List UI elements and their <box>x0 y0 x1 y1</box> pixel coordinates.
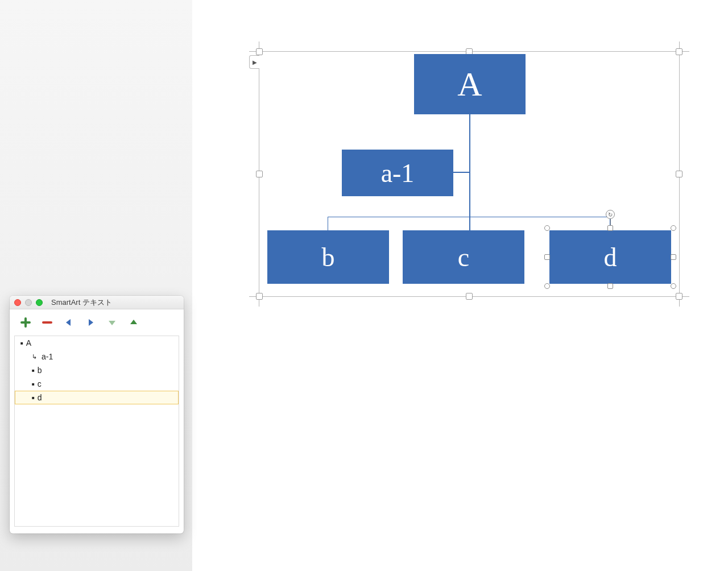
arrow-right-icon <box>85 317 96 328</box>
outdent-button[interactable] <box>63 317 75 328</box>
smartart-text-pane[interactable]: SmartArt テキスト ■ A ↳ a-1 ■ <box>10 296 184 533</box>
resize-handle[interactable] <box>544 283 550 289</box>
bullet-icon: ■ <box>32 382 35 387</box>
outline-text: c <box>38 379 42 388</box>
text-pane-toolbar <box>10 309 184 336</box>
outline-item[interactable]: ↳ a-1 <box>15 350 179 363</box>
resize-handle[interactable] <box>671 225 676 231</box>
move-down-button[interactable] <box>106 317 118 328</box>
smartart-graphic[interactable]: ▶ A a-1 b c d ↻ <box>259 51 680 297</box>
window-zoom-button[interactable] <box>36 299 43 306</box>
outline-item[interactable]: ■ A <box>15 336 179 350</box>
resize-handle[interactable] <box>676 293 682 300</box>
text-pane-outline[interactable]: ■ A ↳ a-1 ■ b ■ c ■ d <box>14 336 179 527</box>
window-minimize-button <box>25 299 32 306</box>
outline-text: A <box>26 338 31 347</box>
minus-icon <box>42 317 52 328</box>
outline-item[interactable]: ■ b <box>15 363 179 377</box>
window-titlebar[interactable]: SmartArt テキスト <box>10 296 184 309</box>
rotate-handle[interactable]: ↻ <box>606 210 615 219</box>
node-label: a-1 <box>381 158 415 188</box>
plus-icon <box>20 317 31 328</box>
connector-line <box>328 217 610 217</box>
move-up-button[interactable] <box>128 317 139 328</box>
resize-handle[interactable] <box>676 48 682 55</box>
text-pane-toggle[interactable]: ▶ <box>249 55 259 69</box>
indent-button[interactable] <box>85 317 96 328</box>
resize-handle[interactable] <box>256 48 263 55</box>
connector-line <box>453 172 470 173</box>
org-node-root[interactable]: A <box>414 54 526 114</box>
connector-line <box>610 217 610 230</box>
assistant-indicator-icon: ↳ <box>32 353 39 361</box>
outline-item[interactable]: ■ c <box>15 377 179 391</box>
node-label: d <box>604 242 617 272</box>
connector-line <box>328 217 328 230</box>
org-node-child[interactable]: b <box>267 230 389 284</box>
outline-text: a-1 <box>42 352 53 361</box>
bullet-icon: ■ <box>32 368 35 373</box>
resize-handle[interactable] <box>256 171 263 177</box>
arrow-left-icon <box>64 317 74 328</box>
bullet-icon: ■ <box>20 341 23 346</box>
node-label: c <box>458 242 469 272</box>
node-label: b <box>322 242 335 272</box>
resize-handle[interactable] <box>676 171 682 177</box>
arrow-down-icon <box>107 317 117 328</box>
org-node-assistant[interactable]: a-1 <box>342 150 453 196</box>
arrow-up-icon <box>129 317 139 328</box>
chevron-right-icon: ▶ <box>253 59 257 65</box>
resize-handle[interactable] <box>671 254 676 260</box>
resize-handle[interactable] <box>466 293 473 300</box>
add-shape-button[interactable] <box>20 317 31 328</box>
org-node-child-selected[interactable]: d <box>549 230 671 284</box>
window-title: SmartArt テキスト <box>51 297 112 308</box>
resize-handle[interactable] <box>671 283 676 289</box>
node-label: A <box>457 65 482 104</box>
resize-handle[interactable] <box>256 293 263 300</box>
outline-text: d <box>38 393 42 402</box>
window-close-button[interactable] <box>14 299 21 306</box>
resize-handle[interactable] <box>607 283 613 289</box>
outline-text: b <box>38 366 42 375</box>
bullet-icon: ■ <box>32 395 35 400</box>
outline-item-selected[interactable]: ■ d <box>15 391 179 404</box>
org-node-child[interactable]: c <box>403 230 524 284</box>
remove-shape-button[interactable] <box>42 317 53 328</box>
